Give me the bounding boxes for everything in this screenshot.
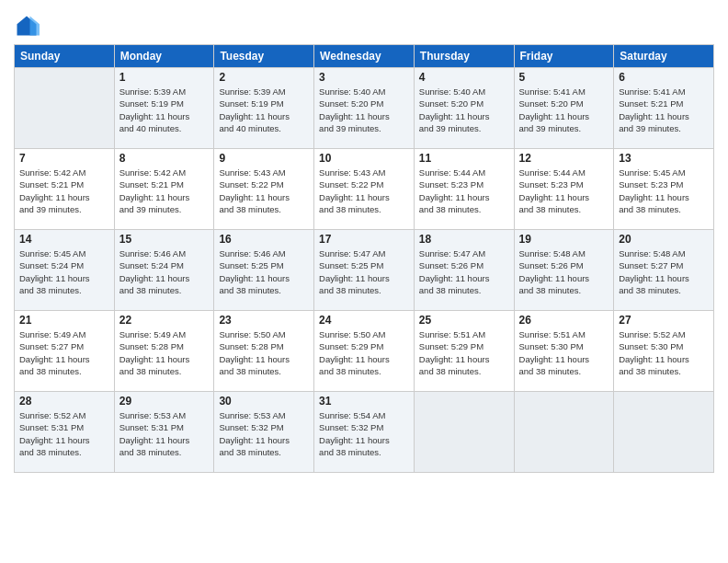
day-info: Sunrise: 5:47 AMSunset: 5:26 PMDaylight:… xyxy=(419,247,509,296)
calendar-cell: 20Sunrise: 5:48 AMSunset: 5:27 PMDayligh… xyxy=(614,230,714,311)
calendar-cell: 16Sunrise: 5:46 AMSunset: 5:25 PMDayligh… xyxy=(214,230,314,311)
day-number: 2 xyxy=(219,71,309,84)
day-number: 26 xyxy=(519,314,609,327)
day-number: 7 xyxy=(19,152,109,165)
calendar-cell xyxy=(514,392,614,473)
calendar-week-row: 21Sunrise: 5:49 AMSunset: 5:27 PMDayligh… xyxy=(15,311,714,392)
day-info: Sunrise: 5:50 AMSunset: 5:29 PMDaylight:… xyxy=(319,328,409,377)
calendar-cell: 12Sunrise: 5:44 AMSunset: 5:23 PMDayligh… xyxy=(514,149,614,230)
calendar-cell: 10Sunrise: 5:43 AMSunset: 5:22 PMDayligh… xyxy=(314,149,415,230)
day-number: 20 xyxy=(619,233,709,246)
day-number: 18 xyxy=(419,233,509,246)
day-info: Sunrise: 5:44 AMSunset: 5:23 PMDaylight:… xyxy=(419,167,509,215)
day-number: 30 xyxy=(219,395,309,408)
page: SundayMondayTuesdayWednesdayThursdayFrid… xyxy=(0,0,728,563)
calendar-cell: 29Sunrise: 5:53 AMSunset: 5:31 PMDayligh… xyxy=(114,392,214,473)
header xyxy=(14,9,714,39)
calendar-cell: 19Sunrise: 5:48 AMSunset: 5:26 PMDayligh… xyxy=(514,230,614,311)
calendar-cell: 3Sunrise: 5:40 AMSunset: 5:20 PMDaylight… xyxy=(314,68,415,149)
day-info: Sunrise: 5:52 AMSunset: 5:30 PMDaylight:… xyxy=(619,328,709,377)
weekday-friday: Friday xyxy=(514,45,614,68)
day-number: 22 xyxy=(119,314,210,327)
calendar-week-row: 28Sunrise: 5:52 AMSunset: 5:31 PMDayligh… xyxy=(15,392,714,473)
day-info: Sunrise: 5:46 AMSunset: 5:25 PMDaylight:… xyxy=(219,247,309,296)
day-number: 5 xyxy=(519,71,609,84)
day-info: Sunrise: 5:40 AMSunset: 5:20 PMDaylight:… xyxy=(419,86,509,134)
day-number: 13 xyxy=(619,152,709,165)
calendar-cell: 28Sunrise: 5:52 AMSunset: 5:31 PMDayligh… xyxy=(15,392,115,473)
weekday-saturday: Saturday xyxy=(614,45,714,68)
day-number: 3 xyxy=(319,71,409,84)
day-number: 4 xyxy=(419,71,509,84)
calendar-cell: 30Sunrise: 5:53 AMSunset: 5:32 PMDayligh… xyxy=(214,392,314,473)
calendar-week-row: 14Sunrise: 5:45 AMSunset: 5:24 PMDayligh… xyxy=(15,230,714,311)
calendar-cell: 8Sunrise: 5:42 AMSunset: 5:21 PMDaylight… xyxy=(114,149,214,230)
calendar-cell: 2Sunrise: 5:39 AMSunset: 5:19 PMDaylight… xyxy=(214,68,314,149)
day-info: Sunrise: 5:45 AMSunset: 5:23 PMDaylight:… xyxy=(619,167,709,215)
day-info: Sunrise: 5:52 AMSunset: 5:31 PMDaylight:… xyxy=(19,409,109,458)
day-info: Sunrise: 5:39 AMSunset: 5:19 PMDaylight:… xyxy=(219,86,309,134)
day-number: 19 xyxy=(519,233,609,246)
calendar-cell: 24Sunrise: 5:50 AMSunset: 5:29 PMDayligh… xyxy=(314,311,415,392)
day-number: 31 xyxy=(319,395,409,408)
calendar-cell xyxy=(414,392,514,473)
day-info: Sunrise: 5:42 AMSunset: 5:21 PMDaylight:… xyxy=(119,167,210,215)
calendar-cell: 31Sunrise: 5:54 AMSunset: 5:32 PMDayligh… xyxy=(314,392,415,473)
calendar-cell: 14Sunrise: 5:45 AMSunset: 5:24 PMDayligh… xyxy=(15,230,115,311)
calendar: SundayMondayTuesdayWednesdayThursdayFrid… xyxy=(14,44,714,473)
calendar-cell: 27Sunrise: 5:52 AMSunset: 5:30 PMDayligh… xyxy=(614,311,714,392)
day-number: 15 xyxy=(119,233,210,246)
calendar-cell: 5Sunrise: 5:41 AMSunset: 5:20 PMDaylight… xyxy=(514,68,614,149)
logo-icon xyxy=(14,13,40,39)
day-number: 29 xyxy=(119,395,210,408)
weekday-header-row: SundayMondayTuesdayWednesdayThursdayFrid… xyxy=(15,45,714,68)
calendar-cell: 6Sunrise: 5:41 AMSunset: 5:21 PMDaylight… xyxy=(614,68,714,149)
calendar-cell: 1Sunrise: 5:39 AMSunset: 5:19 PMDaylight… xyxy=(114,68,214,149)
day-number: 16 xyxy=(219,233,309,246)
day-number: 9 xyxy=(219,152,309,165)
calendar-week-row: 7Sunrise: 5:42 AMSunset: 5:21 PMDaylight… xyxy=(15,149,714,230)
calendar-cell: 7Sunrise: 5:42 AMSunset: 5:21 PMDaylight… xyxy=(15,149,115,230)
calendar-cell: 21Sunrise: 5:49 AMSunset: 5:27 PMDayligh… xyxy=(15,311,115,392)
day-number: 1 xyxy=(119,71,210,84)
day-number: 8 xyxy=(119,152,210,165)
weekday-thursday: Thursday xyxy=(414,45,514,68)
day-number: 23 xyxy=(219,314,309,327)
day-info: Sunrise: 5:39 AMSunset: 5:19 PMDaylight:… xyxy=(119,86,210,134)
day-info: Sunrise: 5:41 AMSunset: 5:21 PMDaylight:… xyxy=(619,86,709,134)
day-number: 14 xyxy=(19,233,109,246)
day-info: Sunrise: 5:51 AMSunset: 5:29 PMDaylight:… xyxy=(419,328,509,377)
day-info: Sunrise: 5:48 AMSunset: 5:27 PMDaylight:… xyxy=(619,247,709,296)
day-number: 12 xyxy=(519,152,609,165)
day-number: 24 xyxy=(319,314,409,327)
day-number: 11 xyxy=(419,152,509,165)
day-number: 17 xyxy=(319,233,409,246)
day-number: 10 xyxy=(319,152,409,165)
day-info: Sunrise: 5:40 AMSunset: 5:20 PMDaylight:… xyxy=(319,86,409,134)
day-info: Sunrise: 5:45 AMSunset: 5:24 PMDaylight:… xyxy=(19,247,109,296)
calendar-cell: 23Sunrise: 5:50 AMSunset: 5:28 PMDayligh… xyxy=(214,311,314,392)
day-info: Sunrise: 5:51 AMSunset: 5:30 PMDaylight:… xyxy=(519,328,609,377)
weekday-monday: Monday xyxy=(114,45,214,68)
weekday-wednesday: Wednesday xyxy=(314,45,415,68)
day-info: Sunrise: 5:43 AMSunset: 5:22 PMDaylight:… xyxy=(219,167,309,215)
day-info: Sunrise: 5:53 AMSunset: 5:32 PMDaylight:… xyxy=(219,409,309,458)
day-number: 6 xyxy=(619,71,709,84)
day-info: Sunrise: 5:53 AMSunset: 5:31 PMDaylight:… xyxy=(119,409,210,458)
day-info: Sunrise: 5:44 AMSunset: 5:23 PMDaylight:… xyxy=(519,167,609,215)
day-info: Sunrise: 5:43 AMSunset: 5:22 PMDaylight:… xyxy=(319,167,409,215)
calendar-cell xyxy=(15,68,115,149)
day-info: Sunrise: 5:49 AMSunset: 5:28 PMDaylight:… xyxy=(119,328,210,377)
calendar-cell: 18Sunrise: 5:47 AMSunset: 5:26 PMDayligh… xyxy=(414,230,514,311)
day-number: 21 xyxy=(19,314,109,327)
svg-marker-1 xyxy=(30,17,40,36)
calendar-cell: 13Sunrise: 5:45 AMSunset: 5:23 PMDayligh… xyxy=(614,149,714,230)
day-number: 27 xyxy=(619,314,709,327)
weekday-tuesday: Tuesday xyxy=(214,45,314,68)
weekday-sunday: Sunday xyxy=(15,45,115,68)
calendar-cell: 17Sunrise: 5:47 AMSunset: 5:25 PMDayligh… xyxy=(314,230,415,311)
day-info: Sunrise: 5:47 AMSunset: 5:25 PMDaylight:… xyxy=(319,247,409,296)
day-info: Sunrise: 5:46 AMSunset: 5:24 PMDaylight:… xyxy=(119,247,210,296)
calendar-cell: 15Sunrise: 5:46 AMSunset: 5:24 PMDayligh… xyxy=(114,230,214,311)
day-info: Sunrise: 5:50 AMSunset: 5:28 PMDaylight:… xyxy=(219,328,309,377)
